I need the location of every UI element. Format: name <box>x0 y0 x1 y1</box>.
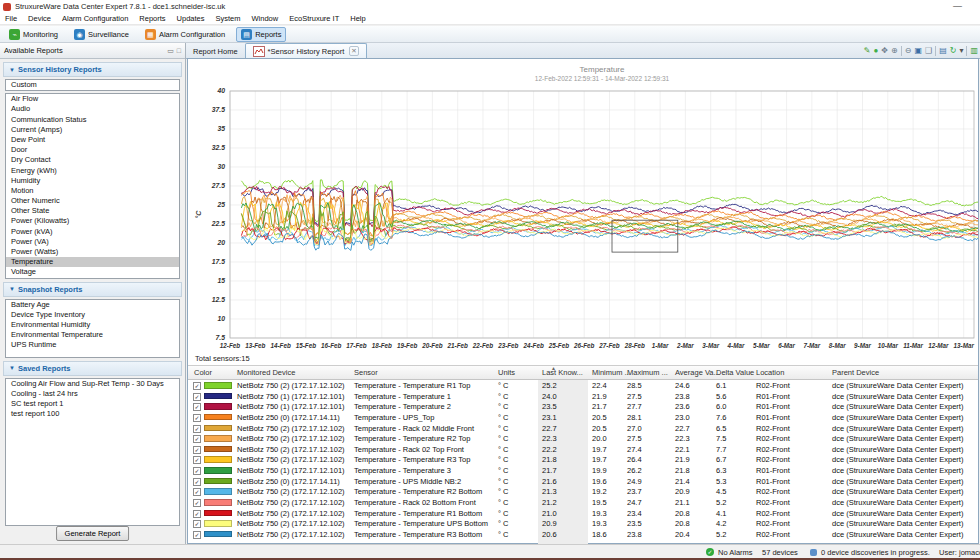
pan-icon[interactable]: ✥ <box>881 47 888 55</box>
snapshot-item-device-type-inventory[interactable]: Device Type Inventory <box>6 310 179 320</box>
tab-report-home[interactable]: Report Home <box>186 44 245 58</box>
sensor-history-item-current-amps-[interactable]: Current (Amps) <box>6 125 179 135</box>
sensor-history-item-voltage[interactable]: Voltage <box>6 267 179 277</box>
row-checkbox[interactable]: ✓ <box>193 510 201 518</box>
saved-report-item-cooling-air-flow-and-sup-ret-temp-30-days[interactable]: Cooling Air Flow and Sup-Ret Temp - 30 D… <box>6 379 179 389</box>
table-row[interactable]: ✓NetBotz 250 (0) (172.17.14.11)Temperatu… <box>188 412 978 423</box>
table-row[interactable]: ✓NetBotz 750 (2) (172.17.12.102)Temperat… <box>188 486 978 497</box>
zoom-out-icon[interactable]: ⊖ <box>905 47 912 55</box>
custom-report-label[interactable]: Custom <box>6 80 179 90</box>
row-checkbox[interactable]: ✓ <box>193 435 201 443</box>
menu-help[interactable]: Help <box>350 14 365 23</box>
table-row[interactable]: ✓NetBotz 250 (0) (172.17.14.11)Temperatu… <box>188 476 978 487</box>
table-row[interactable]: ✓NetBotz 750 (1) (172.17.12.101)Temperat… <box>188 391 978 402</box>
menu-reports[interactable]: Reports <box>139 14 165 23</box>
monitoring-button[interactable]: ⌁Monitoring <box>4 27 63 42</box>
table-row[interactable]: ✓NetBotz 750 (1) (172.17.12.101)Temperat… <box>188 465 978 476</box>
menu-file[interactable]: File <box>5 14 17 23</box>
column-header-minimum-[interactable]: Minimum ... <box>592 368 631 377</box>
sensor-history-item-other-state[interactable]: Other State <box>6 206 179 216</box>
menu-ecostruxure-it[interactable]: EcoStruxure IT <box>289 14 339 23</box>
column-header-location[interactable]: Location <box>756 368 784 377</box>
row-checkbox[interactable]: ✓ <box>193 425 201 433</box>
row-checkbox[interactable]: ✓ <box>193 393 201 401</box>
menu-system[interactable]: System <box>216 14 241 23</box>
row-checkbox[interactable]: ✓ <box>193 467 201 475</box>
tab-sensor-history-report[interactable]: *Sensor History Report ✕ <box>245 43 367 58</box>
column-header-average-va-[interactable]: Average Va... <box>675 368 720 377</box>
row-checkbox[interactable]: ✓ <box>193 456 201 464</box>
sensor-history-item-temperature[interactable]: Temperature <box>6 257 179 267</box>
column-header-last-know-[interactable]: Last Know... <box>542 368 583 377</box>
surveillance-button[interactable]: ◉Surveillance <box>69 27 134 42</box>
edit-chart-icon[interactable]: ✎ <box>864 47 871 55</box>
menu-device[interactable]: Device <box>28 14 51 23</box>
saved-report-item-test-report-100[interactable]: test report 100 <box>6 409 179 419</box>
row-checkbox[interactable]: ✓ <box>193 478 201 486</box>
row-checkbox[interactable]: ✓ <box>193 414 201 422</box>
column-header-delta-value[interactable]: Delta Value <box>716 368 754 377</box>
sensor-history-section-header[interactable]: ▼ Sensor History Reports <box>3 62 182 77</box>
row-checkbox[interactable]: ✓ <box>193 488 201 496</box>
table-row[interactable]: ✓NetBotz 750 (2) (172.17.12.102)Temperat… <box>188 380 978 391</box>
column-header-units[interactable]: Units <box>498 368 515 377</box>
sensor-history-item-power-kilowatts-[interactable]: Power (Kilowatts) <box>6 216 179 226</box>
sensor-history-item-audio[interactable]: Audio <box>6 104 179 114</box>
sensor-history-item-other-numeric[interactable]: Other Numeric <box>6 196 179 206</box>
maximize-panel-icon[interactable]: □ <box>177 47 181 54</box>
saved-section-header[interactable]: ▼ Saved Reports <box>3 361 182 376</box>
table-row[interactable]: ✓NetBotz 750 (1) (172.17.12.101)Temperat… <box>188 401 978 412</box>
menu-window[interactable]: Window <box>252 14 279 23</box>
marker-toggle-icon[interactable]: ● <box>873 47 878 55</box>
saved-report-item-cooling-last-24-hrs[interactable]: Cooling - last 24 hrs <box>6 389 179 399</box>
column-header-color[interactable]: Color <box>194 368 212 377</box>
refresh-caret-icon[interactable]: ▾ <box>959 47 963 55</box>
column-header-monitored-device[interactable]: Monitored Device <box>237 368 295 377</box>
restore-window-icon[interactable]: ❑ <box>925 47 932 55</box>
snapshot-item-ups-runtime[interactable]: UPS Runtime <box>6 340 179 350</box>
sensor-history-item-motion[interactable]: Motion <box>6 186 179 196</box>
minimize-panel-icon[interactable]: ▭ <box>167 47 174 55</box>
temperature-line-chart[interactable]: 7.51012.51517.52022.52527.53032.53537.54… <box>188 59 978 352</box>
device-count-label[interactable]: 57 devices <box>762 548 798 557</box>
row-checkbox[interactable]: ✓ <box>193 520 201 528</box>
menu-updates[interactable]: Updates <box>177 14 205 23</box>
refresh-icon[interactable]: ↻ <box>950 47 957 55</box>
table-row[interactable]: ✓NetBotz 750 (2) (172.17.12.102)Temperat… <box>188 518 978 529</box>
sensor-history-item-communication-status[interactable]: Communication Status <box>6 115 179 125</box>
sensor-history-item-power-kva-[interactable]: Power (kVA) <box>6 227 179 237</box>
menu-alarm-configuration[interactable]: Alarm Configuration <box>62 14 128 23</box>
sensor-history-item-humidity[interactable]: Humidity <box>6 176 179 186</box>
alarm-configuration-button[interactable]: ▦Alarm Configuration <box>140 27 230 42</box>
row-checkbox[interactable]: ✓ <box>193 446 201 454</box>
sensor-history-item-door[interactable]: Door <box>6 145 179 155</box>
close-tab-icon[interactable]: ✕ <box>349 46 358 56</box>
column-header-sensor[interactable]: Sensor <box>354 368 378 377</box>
table-header-row[interactable]: ▲ ColorMonitored DeviceSensorUnitsLast K… <box>188 365 978 380</box>
zoom-in-icon[interactable]: ⊕ <box>891 47 898 55</box>
row-checkbox[interactable]: ✓ <box>193 403 201 411</box>
export-chart-icon[interactable]: ▤ <box>939 47 947 55</box>
table-row[interactable]: ✓NetBotz 750 (2) (172.17.12.102)Temperat… <box>188 508 978 519</box>
snapshot-item-environmental-temperature[interactable]: Environmental Temperature <box>6 330 179 340</box>
snapshot-item-battery-age[interactable]: Battery Age <box>6 300 179 310</box>
custom-report-item[interactable]: Custom <box>5 79 180 91</box>
table-row[interactable]: ✓NetBotz 750 (2) (172.17.12.102)Temperat… <box>188 444 978 455</box>
table-row[interactable]: ✓NetBotz 750 (2) (172.17.12.102)Temperat… <box>188 454 978 465</box>
reports-button[interactable]: ▤Reports <box>236 27 286 42</box>
minimize-window-button[interactable]: — <box>953 1 962 11</box>
row-checkbox[interactable]: ✓ <box>193 531 201 539</box>
column-header-parent-device[interactable]: Parent Device <box>832 368 879 377</box>
table-row[interactable]: ✓NetBotz 750 (2) (172.17.12.102)Temperat… <box>188 423 978 434</box>
fullscreen-icon[interactable]: ▣ <box>914 47 922 55</box>
row-checkbox[interactable]: ✓ <box>193 499 201 507</box>
save-icon[interactable]: ▥ <box>970 47 978 55</box>
sensor-history-item-dry-contact[interactable]: Dry Contact <box>6 155 179 165</box>
table-row[interactable]: ✓NetBotz 750 (2) (172.17.12.102)Temperat… <box>188 433 978 444</box>
snapshot-item-environmental-humidity[interactable]: Environmental Humidity <box>6 320 179 330</box>
column-header-maximum-[interactable]: Maximum ... <box>627 368 668 377</box>
saved-report-item-sc-test-report-1[interactable]: SC test report 1 <box>6 399 179 409</box>
sensor-history-item-power-watts-[interactable]: Power (Watts) <box>6 247 179 257</box>
table-row[interactable]: ✓NetBotz 750 (2) (172.17.12.102)Temperat… <box>188 497 978 508</box>
row-checkbox[interactable]: ✓ <box>193 382 201 390</box>
